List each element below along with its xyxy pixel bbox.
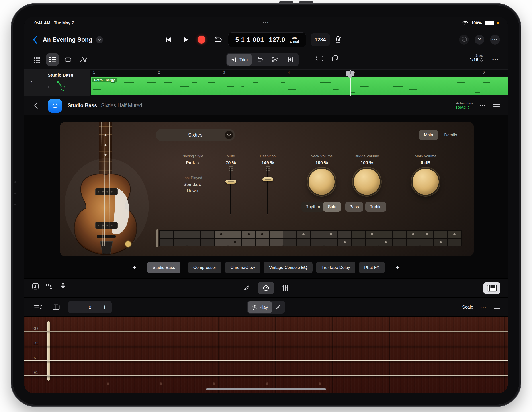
- marquee-tool-button[interactable]: [316, 56, 323, 61]
- automation-control[interactable]: Automation Read: [456, 101, 473, 110]
- pattern-cell[interactable]: [270, 231, 283, 238]
- view-options-button[interactable]: [32, 301, 44, 313]
- edit-pencil-button[interactable]: [241, 282, 253, 294]
- loops-browser-button[interactable]: [32, 282, 39, 290]
- metronome-button[interactable]: [332, 35, 344, 45]
- more-options-button[interactable]: •••: [490, 35, 500, 45]
- back-button[interactable]: [32, 35, 38, 45]
- rhythm-button[interactable]: Rhythm: [302, 202, 324, 212]
- lcd-display[interactable]: 5 1 1 001 127.0 4/4 C maj: [228, 32, 306, 47]
- sidebar-toggle-button[interactable]: [50, 301, 62, 313]
- timeline-ruler[interactable]: 1 2 3 4 5 6 7: [90, 70, 508, 76]
- string-a1[interactable]: [24, 360, 508, 361]
- neck-volume-knob[interactable]: [309, 169, 335, 195]
- chain-item-studio-bass[interactable]: Studio Bass: [147, 262, 180, 273]
- chain-item-phat-fx[interactable]: Phat FX: [359, 262, 385, 273]
- undo-button[interactable]: [459, 35, 469, 45]
- routing-button[interactable]: [46, 282, 53, 290]
- pattern-cell[interactable]: [215, 239, 228, 246]
- pattern-cell[interactable]: [201, 231, 214, 238]
- plugin-back-button[interactable]: [33, 102, 39, 110]
- pattern-cell[interactable]: [434, 231, 447, 238]
- definition-slider-handle[interactable]: [262, 177, 273, 181]
- midi-region[interactable]: Retro Energy: [91, 77, 508, 95]
- pattern-cell[interactable]: [187, 231, 200, 238]
- join-tool-button[interactable]: [283, 54, 298, 66]
- loop-tool-button[interactable]: [252, 54, 267, 66]
- region-view-button[interactable]: [62, 53, 74, 66]
- bass-button[interactable]: Bass: [345, 202, 363, 212]
- editor-more-button[interactable]: •••: [480, 305, 486, 309]
- pattern-cell[interactable]: [338, 231, 351, 238]
- pattern-cell[interactable]: [448, 239, 461, 246]
- pattern-cell[interactable]: [338, 239, 351, 246]
- playhead-handle[interactable]: [346, 70, 354, 78]
- pattern-cell[interactable]: [407, 239, 420, 246]
- octave-plus-button[interactable]: +: [97, 301, 112, 313]
- pattern-cell[interactable]: [256, 239, 269, 246]
- split-tool-button[interactable]: [267, 54, 283, 66]
- edit-more-button[interactable]: •••: [492, 57, 499, 62]
- pattern-cell[interactable]: [420, 239, 433, 246]
- pattern-cell[interactable]: [160, 239, 173, 246]
- pattern-cell[interactable]: [393, 231, 406, 238]
- plugin-power-button[interactable]: [48, 99, 62, 112]
- pattern-cell[interactable]: [324, 239, 337, 246]
- record-button[interactable]: [195, 36, 208, 44]
- pattern-cell[interactable]: [201, 239, 214, 246]
- pattern-cell[interactable]: [352, 239, 365, 246]
- pads-view-button[interactable]: [31, 53, 43, 66]
- scale-button[interactable]: Scale: [462, 305, 473, 310]
- tab-main[interactable]: Main: [419, 130, 438, 140]
- chain-item-vintage-console-eq[interactable]: Vintage Console EQ: [264, 262, 313, 273]
- edit-mode-button[interactable]: [272, 301, 285, 313]
- string-g2[interactable]: [24, 331, 508, 332]
- string-d2[interactable]: [24, 346, 508, 346]
- preset-selector[interactable]: Sixties: [156, 129, 235, 141]
- pattern-cell[interactable]: [311, 239, 324, 246]
- pattern-cell[interactable]: [160, 231, 173, 238]
- copy-tool-button[interactable]: [331, 55, 339, 62]
- octave-minus-button[interactable]: −: [68, 301, 83, 313]
- track-header[interactable]: 2 Studio Bass: [24, 70, 90, 96]
- pattern-cell[interactable]: [228, 239, 241, 246]
- chain-item-compressor[interactable]: Compressor: [188, 262, 221, 273]
- pattern-cell[interactable]: [311, 231, 324, 238]
- input-monitor-button[interactable]: [59, 282, 67, 290]
- pattern-cell[interactable]: [366, 231, 379, 238]
- count-in-button[interactable]: 1234: [311, 33, 330, 46]
- pattern-cell[interactable]: [242, 231, 255, 238]
- pattern-cell[interactable]: [324, 231, 337, 238]
- pattern-cell[interactable]: [393, 239, 406, 246]
- automation-view-button[interactable]: [77, 53, 90, 66]
- play-mode-button[interactable]: Play: [247, 301, 272, 313]
- pattern-cell[interactable]: [420, 231, 433, 238]
- track-lane[interactable]: Retro Energy: [90, 76, 508, 96]
- multitask-indicator-icon[interactable]: •••: [263, 21, 269, 25]
- pattern-cell[interactable]: [366, 239, 379, 246]
- pattern-cell[interactable]: [174, 231, 187, 238]
- pattern-cell[interactable]: [174, 239, 187, 246]
- add-plugin-left-button[interactable]: +: [129, 263, 139, 272]
- chain-item-chromaglow[interactable]: ChromaGlow: [225, 262, 260, 273]
- pattern-cell[interactable]: [407, 231, 420, 238]
- add-plugin-right-button[interactable]: +: [393, 263, 403, 272]
- pattern-cell[interactable]: [242, 239, 255, 246]
- playing-style-control[interactable]: Pick: [186, 160, 199, 165]
- pattern-cell[interactable]: [379, 231, 392, 238]
- pattern-cell[interactable]: [434, 239, 447, 246]
- definition-slider-track[interactable]: [267, 167, 268, 214]
- plugin-more-button[interactable]: •••: [480, 103, 486, 108]
- main-volume-knob[interactable]: [413, 169, 439, 195]
- plugin-resize-handle[interactable]: [493, 104, 500, 107]
- pattern-cell[interactable]: [270, 239, 283, 246]
- pattern-cell[interactable]: [297, 231, 310, 238]
- snap-control[interactable]: Snap 1/16: [470, 53, 483, 62]
- trim-tool-button[interactable]: Trim: [227, 54, 252, 66]
- controls-view-button[interactable]: [258, 282, 274, 294]
- pattern-cell[interactable]: [379, 239, 392, 246]
- string-e1[interactable]: [24, 375, 508, 376]
- pattern-cell[interactable]: [283, 239, 296, 246]
- pattern-cell[interactable]: [297, 239, 310, 246]
- solo-button[interactable]: Solo: [323, 202, 341, 212]
